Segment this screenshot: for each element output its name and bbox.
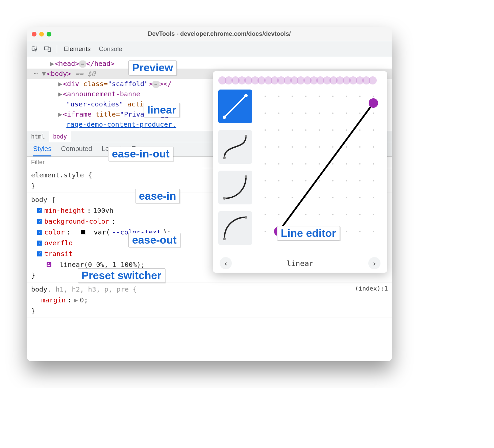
ellipsis-icon[interactable]: ⋯	[152, 81, 159, 88]
svg-point-8	[223, 197, 226, 200]
svg-point-37	[359, 129, 361, 131]
svg-point-65	[373, 180, 374, 181]
close-window-button[interactable]	[32, 32, 36, 36]
svg-point-11	[245, 216, 247, 219]
svg-point-84	[265, 231, 266, 232]
preset-ease-out[interactable]	[218, 211, 252, 245]
callout-preview: Preview	[128, 60, 177, 75]
svg-point-80	[332, 214, 334, 215]
callout-line-editor: Line editor	[277, 226, 340, 241]
svg-point-76	[278, 214, 279, 215]
svg-point-27	[346, 113, 347, 114]
callout-ease-in: ease-in	[135, 189, 180, 203]
checkbox-icon[interactable]	[37, 241, 42, 246]
content-area: ▶<head>⋯</head> ⋯ ▼<body> == $0 ▶<div cl…	[27, 57, 392, 361]
subtab-computed[interactable]: Computed	[61, 145, 92, 156]
svg-point-57	[265, 180, 266, 181]
next-preset-button[interactable]: ›	[368, 257, 380, 269]
checkbox-icon[interactable]	[37, 219, 42, 224]
easing-swatch-icon[interactable]	[47, 262, 51, 267]
svg-point-56	[373, 163, 374, 165]
svg-point-5	[244, 94, 248, 97]
svg-point-42	[305, 146, 306, 148]
traffic-lights	[32, 32, 51, 36]
chevron-right-icon: ›	[372, 259, 376, 268]
main-toolbar: Elements Console	[27, 41, 392, 57]
svg-point-91	[359, 231, 361, 232]
svg-point-44	[332, 146, 334, 148]
svg-point-12	[265, 96, 266, 97]
svg-point-40	[278, 146, 279, 148]
callout-preset-switcher: Preset switcher	[78, 268, 165, 283]
svg-point-66	[265, 197, 266, 198]
crumb-html[interactable]: html	[27, 131, 49, 142]
svg-point-68	[292, 197, 293, 198]
svg-point-69	[305, 197, 306, 198]
checkbox-icon[interactable]	[37, 230, 42, 235]
svg-point-30	[265, 129, 266, 131]
checkbox-icon[interactable]	[37, 251, 42, 256]
svg-point-43	[319, 146, 320, 148]
tab-console[interactable]: Console	[97, 43, 124, 55]
prev-preset-button[interactable]: ‹	[220, 257, 232, 269]
easing-editor-popover: ‹ linear ›	[213, 71, 387, 273]
svg-point-82	[359, 214, 361, 215]
svg-point-58	[278, 180, 279, 181]
inspect-element-icon[interactable]	[31, 45, 39, 53]
svg-point-15	[305, 96, 306, 97]
titlebar: DevTools - developer.chrome.com/docs/dev…	[27, 27, 392, 41]
svg-point-46	[359, 146, 361, 148]
preset-list	[218, 90, 252, 253]
tab-elements[interactable]: Elements	[63, 43, 92, 55]
subtab-styles[interactable]: Styles	[33, 145, 51, 156]
svg-point-51	[305, 163, 306, 165]
svg-point-61	[319, 180, 320, 181]
callout-linear: linear	[144, 103, 180, 117]
toolbar-separator	[57, 45, 57, 53]
svg-point-9	[245, 175, 247, 178]
current-preset-label: linear	[287, 259, 313, 268]
callout-ease-in-out: ease-in-out	[108, 147, 173, 161]
svg-point-6	[223, 156, 226, 159]
svg-point-59	[292, 180, 293, 181]
svg-point-22	[278, 113, 279, 114]
window-title: DevTools - developer.chrome.com/docs/dev…	[51, 30, 387, 38]
ellipsis-icon[interactable]: ⋯	[79, 60, 86, 68]
svg-point-41	[292, 146, 293, 148]
svg-point-31	[278, 129, 279, 131]
svg-point-49	[278, 163, 279, 165]
chevron-left-icon: ‹	[223, 259, 228, 268]
svg-point-90	[346, 231, 347, 232]
control-point-end[interactable]	[369, 98, 378, 108]
svg-point-45	[346, 146, 347, 148]
svg-point-54	[346, 163, 347, 165]
preset-ease-in-out[interactable]	[218, 130, 252, 164]
svg-point-74	[373, 197, 374, 198]
minimize-window-button[interactable]	[39, 32, 44, 36]
svg-point-13	[278, 96, 279, 97]
source-link[interactable]: (index):1	[355, 284, 388, 295]
checkbox-icon[interactable]	[37, 208, 42, 213]
svg-point-48	[265, 163, 266, 165]
svg-point-39	[265, 146, 266, 148]
dom-node-head[interactable]: ▶<head>⋯</head>	[27, 58, 392, 69]
svg-point-10	[223, 238, 226, 240]
preset-ease-in[interactable]	[218, 171, 252, 204]
devtools-window: DevTools - developer.chrome.com/docs/dev…	[27, 27, 392, 361]
maximize-window-button[interactable]	[47, 32, 51, 36]
svg-point-34	[319, 129, 320, 131]
preset-linear[interactable]	[218, 90, 252, 123]
svg-point-63	[346, 180, 347, 181]
svg-point-53	[332, 163, 334, 165]
rule-body-group[interactable]: bodybody, h1, h2, h3, p, pre {, h1, h2, …	[27, 282, 392, 318]
svg-point-70	[319, 197, 320, 198]
svg-point-20	[373, 96, 374, 97]
color-swatch-icon[interactable]	[81, 230, 85, 234]
svg-point-75	[265, 214, 266, 215]
svg-point-25	[319, 113, 320, 114]
svg-point-64	[359, 180, 361, 181]
svg-point-50	[292, 163, 293, 165]
device-toggle-icon[interactable]	[44, 45, 51, 53]
svg-point-29	[373, 113, 374, 114]
crumb-body[interactable]: body	[49, 131, 71, 142]
